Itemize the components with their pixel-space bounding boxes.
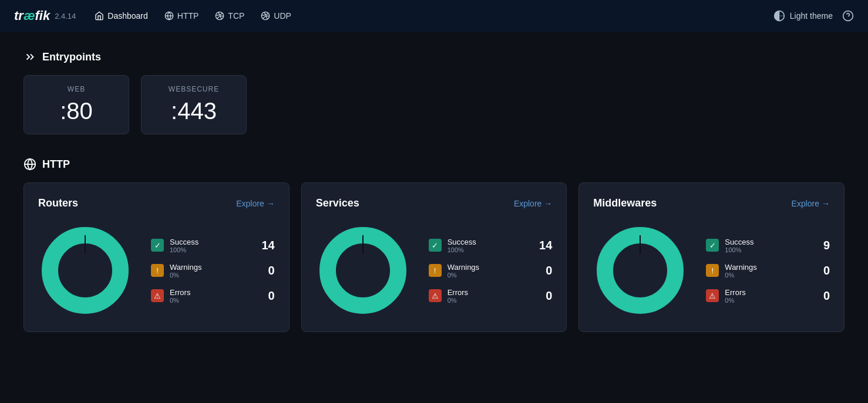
middlewares-card-body: ✓ Success 100% 9 ! Warnings 0% 0 [593,223,830,317]
warning-icon: ! [706,264,719,277]
services-stats: ✓ Success 100% 14 ! Warnings 0% 0 [429,238,553,304]
http-panels: Routers Explore → ✓ [23,182,845,332]
services-explore[interactable]: Explore → [514,199,552,208]
http-section-title: HTTP [42,158,70,171]
routers-warnings-row: ! Warnings 0% 0 [151,263,275,279]
success-icon: ✓ [706,239,719,252]
entrypoints-cards: WEB :80 WEBSECURE :443 [23,75,845,134]
main-content: Entrypoints WEB :80 WEBSECURE :443 HTTP … [0,32,868,351]
routers-title: Routers [38,197,78,209]
nav-http[interactable]: HTTP [164,11,199,21]
services-errors-row: ⚠ Errors 0% 0 [429,288,553,304]
tcp-icon [215,11,224,21]
nav-udp[interactable]: UDP [261,11,291,21]
theme-toggle[interactable]: Light theme [773,10,833,22]
brand-name: træfik [14,8,50,23]
routers-card-body: ✓ Success 100% 14 ! Warnings 0% 0 [38,223,275,317]
routers-donut [38,223,132,317]
services-warnings-row: ! Warnings 0% 0 [429,263,553,279]
routers-card-header: Routers Explore → [38,197,275,209]
success-icon: ✓ [151,239,164,252]
warning-icon: ! [151,264,164,277]
middlewares-errors-count: 0 [813,289,830,303]
entry-web-port: :80 [60,98,93,124]
middlewares-card: Middlewares Explore → ✓ [578,182,845,332]
middlewares-card-header: Middlewares Explore → [593,197,830,209]
nav-udp-label: UDP [274,11,291,21]
services-donut [316,223,410,317]
brand-version: 2.4.14 [55,12,76,21]
middlewares-success-row: ✓ Success 100% 9 [706,238,830,253]
entry-card-websecure[interactable]: WEBSECURE :443 [141,75,247,134]
entry-websecure-name: WEBSECURE [169,85,219,93]
nav-links: Dashboard HTTP TCP UDP [95,11,755,21]
services-warnings-count: 0 [536,264,552,277]
theme-label: Light theme [790,11,833,21]
services-success-row: ✓ Success 100% 14 [429,238,553,253]
theme-icon [773,10,785,22]
middlewares-warnings-count: 0 [813,264,830,277]
middlewares-errors-row: ⚠ Errors 0% 0 [706,288,830,304]
nav-tcp[interactable]: TCP [215,11,244,21]
services-card: Services Explore → ✓ [301,182,567,332]
routers-success-row: ✓ Success 100% 14 [151,238,275,253]
entrypoints-section-header: Entrypoints [23,50,845,63]
entrypoints-icon [23,50,36,63]
error-icon: ⚠ [706,289,719,302]
error-icon: ⚠ [151,289,164,302]
services-errors-count: 0 [536,289,552,303]
nav-dashboard-label: Dashboard [107,11,148,21]
udp-icon [261,11,270,21]
http-globe-icon [23,158,36,171]
services-card-body: ✓ Success 100% 14 ! Warnings 0% 0 [316,223,553,317]
routers-explore[interactable]: Explore → [236,199,274,208]
routers-success-count: 14 [258,239,275,252]
middlewares-stats: ✓ Success 100% 9 ! Warnings 0% 0 [706,238,830,304]
entry-web-name: WEB [68,85,85,93]
warning-icon: ! [429,264,442,277]
middlewares-warnings-row: ! Warnings 0% 0 [706,263,830,279]
routers-stats: ✓ Success 100% 14 ! Warnings 0% 0 [151,238,275,304]
globe-icon [164,11,174,21]
nav-dashboard[interactable]: Dashboard [95,11,148,21]
nav-right: Light theme [773,10,854,22]
services-title: Services [316,197,359,209]
http-section-header: HTTP [23,158,845,171]
services-success-count: 14 [536,239,552,252]
routers-errors-row: ⚠ Errors 0% 0 [151,288,275,304]
routers-errors-count: 0 [258,289,275,303]
home-icon [95,11,104,21]
help-icon[interactable] [842,10,854,22]
middlewares-success-count: 9 [813,239,830,252]
entry-websecure-port: :443 [171,98,217,124]
success-icon: ✓ [429,239,442,252]
middlewares-title: Middlewares [593,197,657,209]
brand-logo: træfik 2.4.14 [14,8,76,23]
error-icon: ⚠ [429,289,442,302]
middlewares-donut [593,223,687,317]
entrypoints-title: Entrypoints [42,51,101,63]
nav-tcp-label: TCP [228,11,244,21]
middlewares-explore[interactable]: Explore → [792,199,830,208]
routers-card: Routers Explore → ✓ [23,182,290,332]
services-card-header: Services Explore → [316,197,553,209]
routers-warnings-count: 0 [258,264,275,277]
navbar: træfik 2.4.14 Dashboard HTTP TCP [0,0,868,32]
entry-card-web[interactable]: WEB :80 [23,75,129,134]
nav-http-label: HTTP [177,11,199,21]
